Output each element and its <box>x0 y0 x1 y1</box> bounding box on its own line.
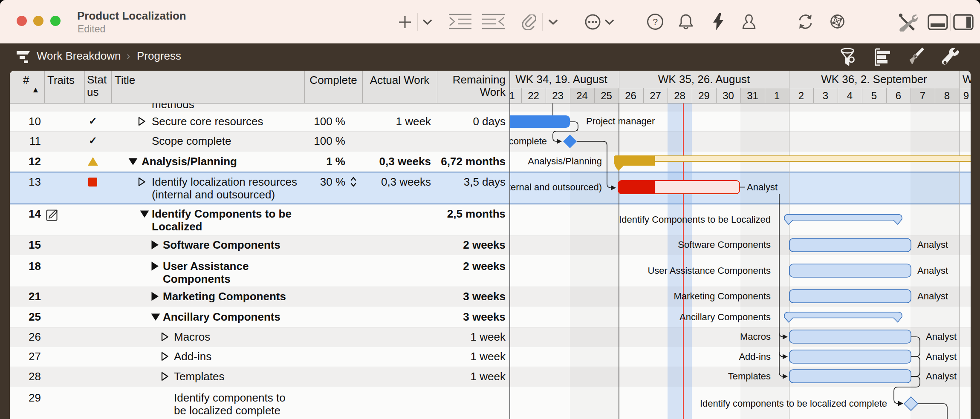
svg-text:?: ? <box>653 17 658 27</box>
